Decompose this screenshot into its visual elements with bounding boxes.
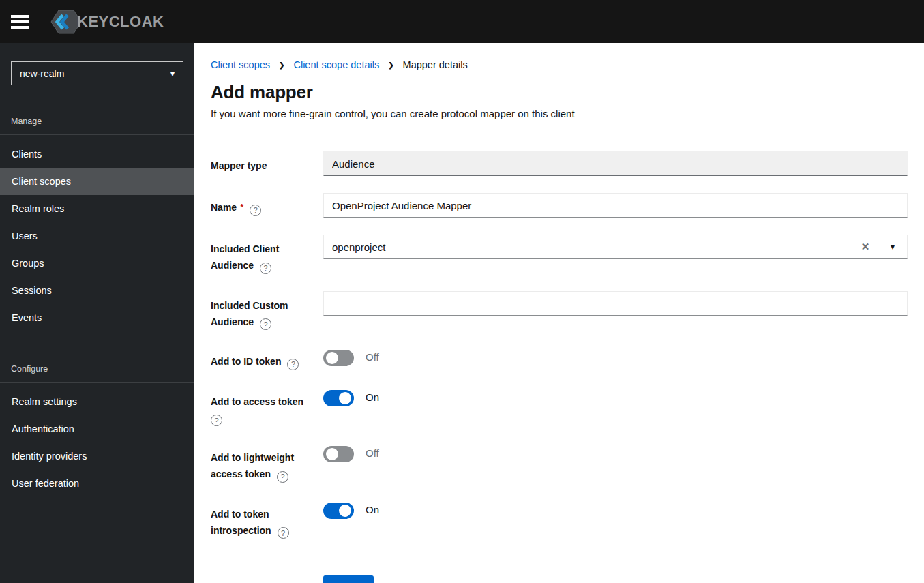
topbar: KEYCLOAK — [0, 0, 924, 43]
included-client-audience-label: Included Client Audience? — [211, 235, 323, 274]
included-client-audience-field[interactable] — [323, 235, 908, 259]
mapper-type-label: Mapper type — [211, 151, 323, 176]
sidebar-item-users[interactable]: Users — [0, 222, 194, 250]
save-button[interactable]: Save — [323, 575, 374, 583]
mapper-type-field — [323, 151, 908, 176]
toggle-state-label: Off — [366, 350, 379, 363]
breadcrumb-client-scopes[interactable]: Client scopes — [211, 59, 270, 70]
help-icon[interactable]: ? — [211, 415, 222, 426]
add-to-lightweight-access-token-toggle[interactable] — [323, 446, 354, 462]
sidebar-item-client-scopes[interactable]: Client scopes — [0, 168, 194, 195]
included-custom-audience-row: Included Custom Audience? — [211, 291, 908, 331]
toggle-state-label: Off — [366, 446, 379, 459]
add-to-access-token-row: Add to access token ? On — [211, 387, 908, 427]
add-to-id-token-label: Add to ID token? — [211, 347, 323, 370]
clear-selection-icon[interactable]: ✕ — [854, 235, 876, 259]
sidebar-nav: Manage Clients Client scopes Realm roles… — [0, 104, 194, 497]
add-to-access-token-toggle[interactable] — [323, 390, 354, 406]
breadcrumb: Client scopes ❯ Client scope details ❯ M… — [211, 59, 908, 70]
breadcrumb-separator-icon: ❯ — [388, 61, 393, 69]
realm-selector[interactable]: new-realm ▾ — [11, 61, 183, 85]
help-icon[interactable]: ? — [287, 359, 299, 370]
help-icon[interactable]: ? — [260, 318, 271, 330]
realm-selector-value: new-realm — [20, 68, 64, 79]
main-panel: Client scopes ❯ Client scope details ❯ M… — [194, 43, 924, 583]
add-to-lightweight-access-token-row: Add to lightweight access token? Off — [211, 443, 908, 483]
chevron-down-icon: ▾ — [170, 69, 175, 78]
brand-text: KEYCLOAK — [77, 13, 164, 31]
hamburger-menu-icon[interactable] — [11, 13, 31, 31]
included-custom-audience-label: Included Custom Audience? — [211, 291, 323, 331]
add-to-token-introspection-toggle[interactable] — [323, 503, 354, 519]
sidebar-item-sessions[interactable]: Sessions — [0, 277, 194, 304]
add-to-id-token-toggle[interactable] — [323, 350, 354, 366]
sidebar: new-realm ▾ Manage Clients Client scopes… — [0, 43, 194, 583]
help-icon[interactable]: ? — [278, 527, 289, 539]
breadcrumb-separator-icon: ❯ — [279, 61, 284, 69]
nav-section-manage: Manage Clients Client scopes Realm roles… — [0, 104, 194, 331]
sidebar-item-clients[interactable]: Clients — [0, 140, 194, 168]
help-icon[interactable]: ? — [277, 471, 288, 483]
sidebar-item-groups[interactable]: Groups — [0, 250, 194, 277]
sidebar-item-user-federation[interactable]: User federation — [0, 470, 194, 497]
nav-section-title: Manage — [0, 104, 194, 135]
included-client-audience-row: Included Client Audience? ✕ ▾ — [211, 235, 908, 274]
keycloak-logo[interactable]: KEYCLOAK — [50, 8, 164, 36]
included-custom-audience-field[interactable] — [323, 291, 908, 316]
sidebar-item-realm-roles[interactable]: Realm roles — [0, 195, 194, 222]
page-header: Client scopes ❯ Client scope details ❯ M… — [194, 43, 924, 134]
nav-section-configure: Configure Realm settings Authentication … — [0, 352, 194, 497]
add-to-lightweight-access-token-label: Add to lightweight access token? — [211, 443, 323, 483]
sidebar-item-events[interactable]: Events — [0, 304, 194, 331]
add-mapper-form: Mapper type Name*? Included Client Audie… — [194, 134, 924, 583]
breadcrumb-client-scope-details[interactable]: Client scope details — [293, 59, 379, 70]
chevron-down-icon[interactable]: ▾ — [882, 235, 904, 259]
breadcrumb-mapper-details: Mapper details — [403, 59, 468, 70]
add-to-id-token-row: Add to ID token? Off — [211, 347, 908, 370]
sidebar-item-realm-settings[interactable]: Realm settings — [0, 388, 194, 415]
add-to-token-introspection-label: Add to token introspection? — [211, 500, 323, 539]
required-asterisk: * — [240, 202, 243, 212]
name-label: Name*? — [211, 193, 323, 218]
toggle-state-label: On — [366, 390, 379, 403]
sidebar-item-identity-providers[interactable]: Identity providers — [0, 443, 194, 470]
help-icon[interactable]: ? — [260, 263, 271, 274]
page-title: Add mapper — [211, 82, 908, 103]
add-to-access-token-label: Add to access token ? — [211, 387, 323, 427]
name-field[interactable] — [323, 193, 908, 218]
add-to-token-introspection-row: Add to token introspection? On — [211, 500, 908, 539]
nav-section-title: Configure — [0, 352, 194, 383]
mapper-type-row: Mapper type — [211, 151, 908, 176]
form-actions: Save Cancel — [211, 575, 908, 583]
help-icon[interactable]: ? — [250, 205, 261, 216]
sidebar-item-authentication[interactable]: Authentication — [0, 415, 194, 443]
realm-selector-section: new-realm ▾ — [0, 43, 194, 104]
page-subtitle: If you want more fine-grain control, you… — [211, 108, 908, 119]
toggle-state-label: On — [366, 503, 379, 515]
name-row: Name*? — [211, 193, 908, 218]
included-client-audience-select: ✕ ▾ — [323, 235, 908, 274]
